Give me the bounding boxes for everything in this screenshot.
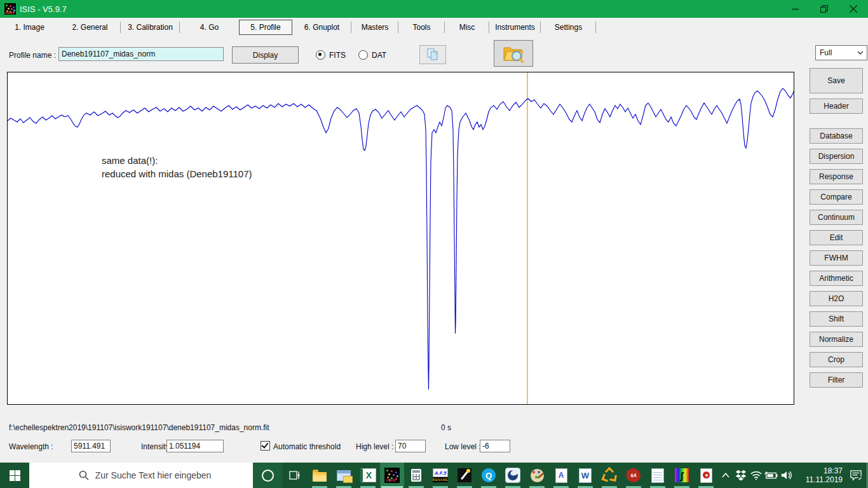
minimize-button[interactable]: [780, 0, 810, 18]
spectrum-chart[interactable]: same data(!): reduced with midas (Deneb1…: [7, 72, 794, 405]
header-button[interactable]: Header: [810, 98, 863, 114]
display-button[interactable]: Display: [232, 46, 299, 64]
taskbar-icon-q-player[interactable]: Q: [477, 463, 501, 488]
taskbar-icon-isis[interactable]: ISIS: [380, 463, 404, 488]
taskbar-icon-excel[interactable]: X: [356, 463, 380, 488]
tab-calibration[interactable]: 3. Calibration: [121, 18, 180, 37]
arithmetic-button[interactable]: Arithmetic: [810, 271, 863, 286]
restore-button[interactable]: [810, 0, 839, 18]
taskbar-icon-mail[interactable]: [332, 463, 356, 488]
annotation-line-1: same data(!):: [102, 154, 252, 167]
save-button[interactable]: Save: [810, 68, 863, 93]
profile-name-input[interactable]: [58, 47, 224, 61]
response-button[interactable]: Response: [810, 169, 863, 184]
dispersion-button[interactable]: Dispersion: [810, 149, 863, 164]
windows-logo-icon: [10, 470, 20, 481]
filter-button[interactable]: Filter: [810, 372, 863, 388]
taskbar-icon-pdf-reader[interactable]: [694, 463, 718, 488]
isis-icon: ISIS: [384, 468, 400, 483]
tray-battery[interactable]: [764, 463, 779, 488]
tab-go[interactable]: 4. Go: [180, 18, 239, 37]
low-level-label: Low level :: [445, 442, 481, 451]
shift-button[interactable]: Shift: [810, 311, 863, 327]
rename-tool-icon: A.F.5RENAME: [433, 468, 448, 482]
splat-64-icon: 64: [626, 468, 642, 484]
taskbar-icon-seamonkey[interactable]: [501, 463, 525, 488]
tray-network[interactable]: [749, 463, 764, 488]
taskbar-icon-notepad[interactable]: [646, 463, 670, 488]
intensity-field[interactable]: [166, 440, 224, 452]
taskbar-icon-paint-64[interactable]: 64: [621, 463, 646, 488]
folder-icon: [313, 472, 327, 482]
edit-button[interactable]: Edit: [810, 230, 863, 245]
battery-charging-icon: [764, 471, 778, 480]
tab-profile[interactable]: 5. Profile: [239, 20, 292, 35]
h2o-button[interactable]: H2O: [810, 291, 863, 306]
notepad-icon: [651, 468, 664, 483]
dat-radio[interactable]: [358, 50, 368, 60]
taskbar-clock[interactable]: 18:37 11.11.2019: [794, 463, 845, 488]
taskbar-icon-word[interactable]: W: [573, 463, 597, 488]
start-button[interactable]: [0, 463, 29, 488]
crop-button[interactable]: Crop: [810, 352, 863, 367]
close-button[interactable]: [839, 0, 868, 18]
task-view-button[interactable]: [282, 463, 308, 488]
cortana-icon: [262, 470, 274, 482]
action-center-button[interactable]: [845, 463, 867, 488]
continuum-button[interactable]: Continuum: [810, 210, 863, 225]
tab-masters[interactable]: Masters: [351, 18, 398, 37]
isis-window: ISIS ISIS - V5.9.7 1. Image 2. General 3…: [0, 0, 868, 488]
wordpad-icon: A: [555, 468, 567, 483]
auto-threshold-checkbox[interactable]: [261, 441, 270, 451]
word-icon: W: [579, 468, 592, 483]
taskbar-icon-af5-rename[interactable]: A.F.5RENAME: [428, 463, 452, 488]
browse-profile-button[interactable]: [494, 40, 533, 67]
folder-search-icon: [503, 44, 524, 63]
taskbar-icon-wordpad[interactable]: A: [549, 463, 573, 488]
taskbar-icon-file-explorer[interactable]: [308, 463, 332, 488]
taskbar-search[interactable]: Zur Suche Text hier eingeben: [29, 463, 253, 488]
tray-dropbox[interactable]: [733, 463, 749, 488]
wavelength-field[interactable]: [71, 440, 111, 452]
copy-profile-button[interactable]: [419, 45, 446, 64]
cortana-button[interactable]: [253, 463, 282, 488]
exposure-time: 0 s: [441, 423, 451, 432]
tab-bar: 1. Image 2. General 3. Calibration 4. Go…: [0, 18, 868, 37]
view-mode-value: Full: [820, 48, 832, 57]
tab-image[interactable]: 1. Image: [0, 18, 59, 37]
tab-settings[interactable]: Settings: [541, 18, 596, 37]
seamonkey-icon: [505, 468, 520, 483]
fwhm-button[interactable]: FWHM: [810, 250, 863, 266]
titlebar: ISIS ISIS - V5.9.7: [0, 0, 868, 18]
tab-misc[interactable]: Misc: [445, 18, 489, 37]
compare-button[interactable]: Compare: [810, 189, 863, 205]
database-button[interactable]: Database: [810, 128, 863, 144]
tab-general[interactable]: 2. General: [59, 18, 121, 37]
high-level-field[interactable]: [395, 440, 426, 452]
tab-instruments[interactable]: Instruments: [489, 18, 541, 37]
pen-icon: [458, 468, 471, 482]
taskbar-icon-vnc-viewer[interactable]: [597, 463, 621, 488]
tab-gnuplot[interactable]: 6. Gnuplot: [292, 18, 351, 37]
pdf-icon: [700, 468, 712, 483]
tray-chevron-button[interactable]: [718, 463, 733, 488]
speaker-icon: [780, 470, 793, 480]
taskbar-icon-spectrum-tool[interactable]: ∫: [670, 463, 694, 488]
dat-label: DAT: [372, 51, 386, 60]
normalize-button[interactable]: Normalize: [810, 332, 863, 347]
fits-label: FITS: [329, 51, 346, 60]
high-level-label: High level :: [356, 442, 393, 451]
taskbar-icon-calculator[interactable]: [404, 463, 428, 488]
spectrum-svg: [8, 72, 794, 404]
view-mode-select[interactable]: Full: [815, 45, 867, 60]
mail-icon: [337, 470, 351, 481]
tab-tools[interactable]: Tools: [398, 18, 445, 37]
taskbar-icon-paint-palette[interactable]: [525, 463, 549, 488]
low-level-field[interactable]: [480, 440, 510, 452]
fits-radio[interactable]: [316, 50, 325, 60]
taskbar-icon-pen-tool[interactable]: [452, 463, 477, 488]
annotation-line-2: reduced with midas (Deneb191107): [102, 167, 252, 180]
search-placeholder: Zur Suche Text hier eingeben: [95, 470, 212, 480]
tray-volume[interactable]: [779, 463, 794, 488]
wifi-icon: [750, 470, 763, 480]
